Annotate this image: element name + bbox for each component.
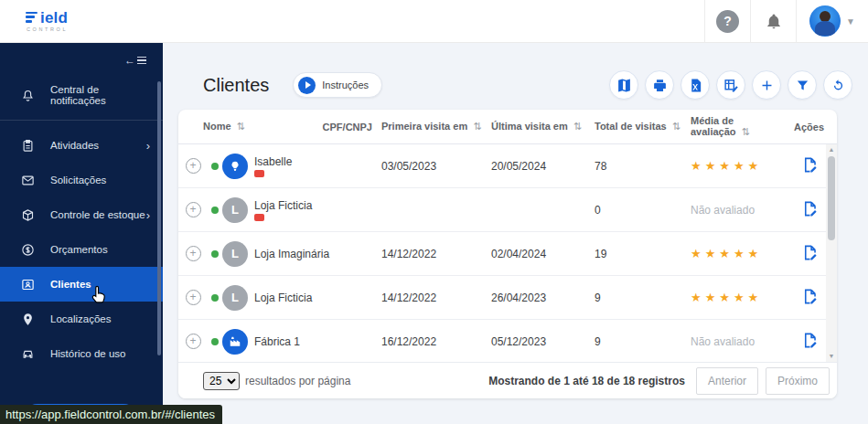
status-dot	[211, 250, 219, 258]
plus-icon	[759, 78, 775, 93]
chevron-right-icon: ›	[146, 139, 150, 153]
table-row[interactable]: + L Loja Imaginária 14/12/2022 02/04/202…	[178, 232, 826, 276]
sidebar-item-atividades[interactable]: Atividades ›	[0, 128, 163, 163]
field-control-logo[interactable]: ield CONTROL	[26, 10, 68, 33]
user-menu[interactable]: ▼	[797, 0, 868, 42]
status-dot	[211, 338, 219, 345]
sidebar-item-controle-de-estoque[interactable]: Controle de estoque ›	[0, 197, 163, 232]
column-header-primeira-visita[interactable]: Primeira visita em⇅	[372, 121, 482, 132]
chevron-down-icon: ▼	[846, 16, 855, 26]
cell-rating-stars: ★★★★★	[681, 291, 794, 304]
filter-button[interactable]	[788, 70, 817, 100]
excel-file-icon	[688, 78, 703, 93]
page-size-select[interactable]: 25	[203, 372, 240, 390]
previous-page-button[interactable]: Anterior	[696, 367, 758, 395]
export-excel-button[interactable]	[680, 70, 710, 100]
car-icon	[20, 346, 35, 361]
scroll-up-icon[interactable]: ▲	[829, 146, 835, 154]
refresh-button[interactable]	[823, 70, 852, 100]
table-edit-icon	[723, 78, 739, 93]
expand-row-button[interactable]: +	[186, 334, 201, 349]
edit-client-button[interactable]	[801, 200, 819, 220]
sort-icon[interactable]: ⇅	[672, 121, 680, 132]
sort-icon[interactable]: ⇅	[742, 126, 750, 137]
column-header-ultima-visita[interactable]: Última visita em⇅	[482, 121, 585, 132]
table-row[interactable]: + L Loja Ficticia 14/12/2022 26/04/2023 …	[178, 276, 826, 320]
table-row[interactable]: + Isabelle 03/05/2023	[178, 144, 826, 188]
edit-client-button[interactable]	[801, 332, 819, 352]
client-avatar-letter: L	[222, 197, 248, 223]
cell-first-visit: 14/12/2022	[372, 292, 482, 304]
edit-client-button[interactable]	[801, 288, 819, 308]
sidebar-item-central-de-notificacoes[interactable]: Central de notificações	[0, 78, 163, 112]
status-dot	[211, 294, 219, 302]
cell-rating-stars: ★★★★★	[681, 247, 794, 260]
table-row[interactable]: + L Loja Ficticia 0 N	[178, 188, 826, 232]
edit-client-button[interactable]	[801, 156, 819, 176]
instructions-button[interactable]: Instruções	[293, 72, 382, 98]
cell-last-visit: 02/04/2024	[482, 248, 585, 260]
column-header-media-avaliacao[interactable]: Média de avaliação⇅	[681, 115, 794, 138]
column-header-nome[interactable]: Nome⇅	[178, 121, 321, 132]
table-header: Nome⇅ CPF/CNPJ Primeira visita em⇅ Últim…	[178, 110, 837, 144]
notifications-button[interactable]	[751, 0, 796, 42]
sort-icon[interactable]: ⇅	[573, 121, 582, 132]
instructions-label: Instruções	[322, 80, 369, 90]
sidebar-item-solicitacoes[interactable]: Solicitações	[0, 163, 163, 197]
map-view-button[interactable]	[609, 70, 638, 100]
bell-icon	[20, 88, 35, 102]
cell-rating-none: Não avaliado	[681, 204, 794, 217]
map-pin-icon	[20, 312, 35, 326]
edit-columns-button[interactable]	[716, 70, 745, 100]
mail-icon	[20, 173, 35, 187]
table-footer: 25 resultados por página Mostrando de 1 …	[178, 362, 837, 398]
status-dot	[211, 163, 219, 170]
expand-row-button[interactable]: +	[186, 158, 201, 174]
cell-total-visits: 78	[585, 160, 681, 173]
table-scrollbar[interactable]: ▲ ▼	[826, 144, 837, 362]
printer-icon	[652, 78, 668, 93]
bell-icon	[766, 13, 782, 29]
sidebar-item-orcamentos[interactable]: Orçamentos	[0, 232, 163, 267]
client-name[interactable]: Isabelle	[254, 155, 292, 168]
sort-icon[interactable]: ⇅	[473, 121, 481, 132]
sidebar-item-clientes[interactable]: Clientes	[0, 267, 163, 302]
column-header-total-visitas[interactable]: Total de visitas⇅	[585, 121, 681, 132]
expand-row-button[interactable]: +	[186, 290, 201, 305]
edit-client-button[interactable]	[801, 244, 819, 264]
expand-row-button[interactable]: +	[186, 246, 201, 261]
client-name[interactable]: Fábrica 1	[254, 335, 300, 348]
showing-records-label: Mostrando de 1 até 18 de 18 registros	[488, 375, 685, 387]
topbar: ield CONTROL ? ▼	[0, 0, 868, 43]
client-name[interactable]: Loja Imaginária	[254, 248, 329, 260]
sidebar-item-label: Clientes	[50, 279, 91, 290]
print-button[interactable]	[645, 70, 674, 100]
cell-total-visits: 9	[585, 292, 681, 304]
collapse-sidebar-button[interactable]: ←	[124, 54, 146, 67]
scrollbar-thumb[interactable]	[828, 156, 835, 240]
next-page-button[interactable]: Próximo	[766, 367, 830, 395]
sort-icon[interactable]: ⇅	[237, 121, 245, 132]
menu-lines-icon	[137, 57, 146, 65]
logo-f-icon	[26, 10, 38, 23]
scroll-down-icon[interactable]: ▼	[829, 353, 835, 360]
red-flag-tag	[254, 214, 264, 221]
column-header-cpf: CPF/CNPJ	[321, 122, 372, 132]
sidebar-item-label: Localizações	[50, 313, 111, 324]
client-avatar-letter: L	[222, 285, 248, 311]
client-name[interactable]: Loja Ficticia	[254, 199, 312, 212]
client-name[interactable]: Loja Ficticia	[254, 292, 312, 304]
logo-subtext: CONTROL	[26, 27, 68, 33]
table-row[interactable]: + Fábrica 1 16/12/2022 05/12/20	[178, 320, 826, 362]
help-button[interactable]: ?	[705, 0, 750, 42]
add-client-button[interactable]	[752, 70, 781, 100]
sidebar: ← Central de notificações Atividades › S…	[0, 43, 163, 424]
sidebar-scrollbar[interactable]	[157, 81, 161, 355]
cell-total-visits: 0	[585, 204, 681, 217]
sidebar-item-historico-de-uso[interactable]: Histórico de uso	[0, 336, 163, 371]
expand-row-button[interactable]: +	[186, 202, 201, 217]
sidebar-item-localizacoes[interactable]: Localizações	[0, 302, 163, 336]
browser-status-url: https://app.fieldcontrol.com.br/#/client…	[0, 405, 222, 424]
cell-total-visits: 9	[585, 335, 681, 348]
main-content: Clientes Instruções	[163, 43, 868, 424]
